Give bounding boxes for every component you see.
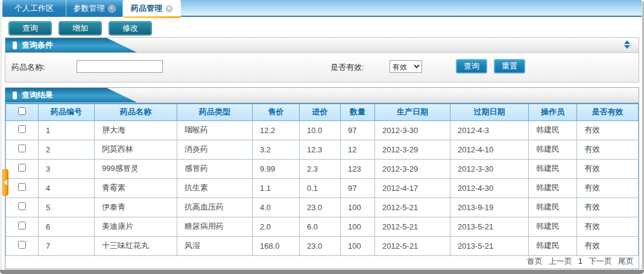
row-checkbox[interactable] bbox=[18, 164, 26, 172]
pagination-link[interactable]: 首页 bbox=[527, 257, 543, 266]
table-cell: 2013-9-19 bbox=[450, 198, 529, 217]
table-cell: 有效 bbox=[577, 217, 639, 236]
arrow-left-icon bbox=[4, 179, 7, 185]
pagination-link[interactable]: 上一页 bbox=[549, 257, 572, 266]
query-form: 药品名称: 是否有效: 有效 查询 重置 bbox=[5, 53, 639, 82]
table-cell: 2012-3-30 bbox=[375, 120, 450, 140]
table-cell: 97 bbox=[341, 178, 375, 198]
table-cell: 韩建民 bbox=[529, 140, 577, 159]
is-valid-select[interactable]: 有效 bbox=[390, 60, 422, 73]
table-cell: 伊泰青 bbox=[95, 198, 177, 217]
table-cell: 97 bbox=[341, 120, 375, 140]
is-valid-label: 是否有效: bbox=[330, 62, 364, 73]
column-header: 售价 bbox=[253, 104, 300, 120]
table-cell: 100 bbox=[341, 198, 375, 217]
table-cell: 2012-4-17 bbox=[375, 178, 450, 198]
toolbar-button-3[interactable]: 修改 bbox=[109, 21, 152, 36]
table-cell: 有效 bbox=[577, 120, 639, 140]
table-cell: 4 bbox=[39, 178, 95, 198]
toolbar-button-2[interactable]: 增加 bbox=[58, 21, 102, 36]
drug-name-input[interactable] bbox=[77, 60, 163, 73]
column-header: 操作员 bbox=[529, 104, 577, 120]
column-header: 药品名称 bbox=[95, 104, 177, 120]
toolbar-button-1[interactable]: 查询 bbox=[8, 21, 52, 36]
table-cell: 3.2 bbox=[253, 140, 300, 159]
query-results-header: 查询结果 bbox=[5, 88, 639, 103]
table-cell: 1.1 bbox=[253, 178, 300, 198]
drug-management-window: 个人工作区参数管理×药品管理× 查询增加修改 查询条件 药品名称: 是否有效: … bbox=[0, 0, 644, 274]
panel-bullet-icon bbox=[13, 92, 17, 99]
row-checkbox[interactable] bbox=[18, 125, 26, 133]
table-cell: 999感冒灵 bbox=[95, 159, 177, 178]
table-cell: 12 bbox=[341, 140, 375, 159]
table-cell: 2.3 bbox=[300, 159, 341, 178]
table-cell: 4.0 bbox=[253, 198, 300, 217]
table-cell: 2012-5-21 bbox=[375, 236, 450, 255]
pagination-link[interactable]: 尾页 bbox=[618, 257, 634, 266]
table-cell: 2 bbox=[39, 140, 95, 159]
pagination-current-page: 1 bbox=[578, 257, 582, 266]
table-cell: 韩建民 bbox=[529, 217, 577, 236]
table-row: 6美迪康片糖尿病用药2.06.01002012-5-212013-5-21韩建民… bbox=[6, 217, 639, 236]
table-cell: 1 bbox=[39, 120, 95, 140]
column-header: 进价 bbox=[300, 104, 341, 120]
row-checkbox[interactable] bbox=[18, 222, 26, 229]
tab-2[interactable]: 参数管理× bbox=[66, 0, 123, 17]
table-cell: 咽喉药 bbox=[177, 120, 253, 140]
table-cell: 韩建民 bbox=[529, 159, 577, 178]
table-cell: 0.1 bbox=[300, 178, 341, 198]
column-header: 生产日期 bbox=[375, 104, 450, 120]
table-cell: 123 bbox=[341, 159, 375, 178]
close-icon[interactable]: × bbox=[108, 5, 116, 13]
arrow-up-icon bbox=[624, 40, 630, 44]
tab-1[interactable]: 个人工作区 bbox=[2, 0, 66, 17]
collapse-panel-icon[interactable] bbox=[624, 40, 630, 49]
query-conditions-header: 查询条件 bbox=[5, 38, 639, 53]
sidebar-collapse-handle[interactable] bbox=[2, 169, 8, 196]
table-cell: 韩建民 bbox=[529, 198, 577, 217]
drug-name-label: 药品名称: bbox=[11, 62, 45, 73]
results-table: 药品编号药品名称药品类型售价进价数量生产日期过期日期操作员是否有效 1胖大海咽喉… bbox=[5, 103, 639, 256]
column-header: 数量 bbox=[341, 104, 375, 120]
row-checkbox[interactable] bbox=[18, 241, 26, 249]
row-checkbox[interactable] bbox=[18, 183, 26, 191]
pagination-link[interactable]: 下一页 bbox=[589, 257, 612, 266]
column-header: 过期日期 bbox=[450, 104, 529, 120]
table-cell: 有效 bbox=[577, 198, 639, 217]
table-cell: 12.3 bbox=[300, 140, 341, 159]
toolbar: 查询增加修改 bbox=[5, 20, 159, 37]
window-right-border bbox=[642, 1, 644, 269]
table-cell: 23.0 bbox=[300, 236, 341, 255]
query-results-panel: 查询结果 药品编号药品名称药品类型售价进价数量生产日期过期日期操作员是否有效 1… bbox=[5, 87, 639, 269]
table-cell: 100 bbox=[341, 236, 375, 255]
select-all-checkbox[interactable] bbox=[18, 107, 26, 115]
table-cell: 2012-3-29 bbox=[375, 159, 450, 178]
row-checkbox[interactable] bbox=[18, 202, 26, 210]
form-reset-button[interactable]: 重置 bbox=[494, 59, 525, 73]
table-cell: 有效 bbox=[577, 140, 639, 159]
table-cell: 韩建民 bbox=[529, 178, 577, 198]
table-cell: 2012-5-21 bbox=[375, 217, 450, 236]
table-cell: 2013-5-21 bbox=[450, 236, 529, 255]
table-cell: 5 bbox=[39, 198, 95, 217]
tab-3[interactable]: 药品管理× bbox=[123, 0, 181, 17]
table-row: 3999感冒灵感冒药9.992.31232012-3-292012-3-30韩建… bbox=[6, 159, 639, 178]
column-header: 是否有效 bbox=[577, 104, 639, 120]
table-cell: 6.0 bbox=[300, 217, 341, 236]
close-icon[interactable]: × bbox=[165, 5, 173, 13]
table-cell: 风湿 bbox=[177, 236, 253, 255]
window-left-border bbox=[1, 1, 2, 269]
table-cell: 2012-4-3 bbox=[450, 120, 529, 140]
table-cell: 抗高血压药 bbox=[177, 198, 253, 217]
table-cell: 2012-3-29 bbox=[375, 140, 450, 159]
window-bottom-border bbox=[0, 270, 644, 274]
column-header: 药品类型 bbox=[177, 104, 253, 120]
table-header-row: 药品编号药品名称药品类型售价进价数量生产日期过期日期操作员是否有效 bbox=[6, 104, 639, 120]
table-cell: 7 bbox=[39, 236, 95, 255]
table-cell: 12.2 bbox=[253, 120, 300, 140]
row-checkbox[interactable] bbox=[18, 145, 26, 152]
table-cell: 糖尿病用药 bbox=[177, 217, 253, 236]
table-body: 1胖大海咽喉药12.210.0972012-3-302012-4-3韩建民有效2… bbox=[6, 120, 639, 255]
table-cell: 十三味红花丸 bbox=[95, 236, 177, 255]
form-query-button[interactable]: 查询 bbox=[456, 59, 487, 73]
